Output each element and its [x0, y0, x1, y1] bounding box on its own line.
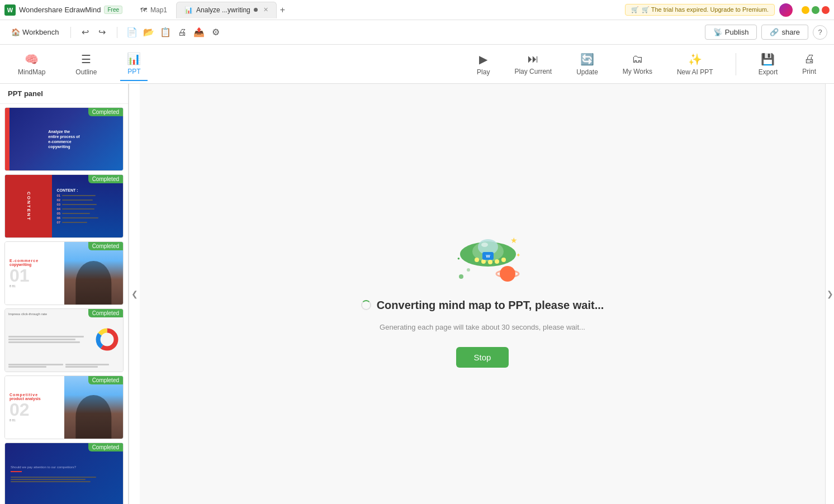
ufo-illustration: W ★ ✦ ●: [449, 221, 516, 288]
tab-outline[interactable]: ☰ Outline: [69, 48, 103, 80]
tab-ppt[interactable]: 📊 PPT: [120, 47, 148, 81]
share-icon: 🔗: [770, 28, 779, 36]
new-ai-ppt-button[interactable]: ✨ New AI PPT: [670, 48, 720, 80]
title-bar-right: 🛒 🛒 The trial has expired. Upgrade to Pr…: [625, 3, 830, 17]
completed-badge-2: Completed: [88, 175, 123, 183]
maximize-button[interactable]: [812, 6, 819, 14]
outline-label: Outline: [75, 68, 97, 76]
slide-item-5[interactable]: Completed Competitive product analysis 0…: [4, 375, 124, 439]
toolbar-history-group: ↩ ↪: [78, 25, 110, 40]
mindmap-icon: 🧠: [25, 53, 39, 66]
play-label: Play: [477, 68, 490, 76]
completed-badge-4: Completed: [88, 309, 123, 317]
open-button[interactable]: 📂: [141, 25, 157, 40]
collapse-panel-button[interactable]: ❮: [129, 84, 140, 504]
publish-icon: 📡: [713, 28, 722, 36]
print-button[interactable]: 🖨: [174, 25, 190, 40]
home-icon: 🏠: [11, 28, 20, 36]
print-ppt-icon: 🖨: [804, 53, 815, 65]
play-button[interactable]: ▶ Play: [470, 48, 496, 80]
template-button[interactable]: 📋: [158, 25, 173, 40]
ppt-panel: PPT panel Completed Analyze theentire pr…: [0, 84, 129, 504]
title-bar: W Wondershare EdrawMind Free 🗺 Map1 📊 An…: [0, 0, 834, 20]
print-ppt-label: Print: [802, 68, 816, 75]
tab-map1-icon: 🗺: [140, 6, 147, 14]
publish-label: Publish: [725, 28, 749, 36]
my-works-label: My Works: [623, 68, 652, 75]
svg-point-21: [467, 268, 470, 272]
tab-close-icon[interactable]: ✕: [263, 6, 268, 13]
tab-analyze[interactable]: 📊 Analyze ...ywriting ✕: [176, 2, 277, 18]
close-button[interactable]: [822, 6, 830, 14]
tab-map1-label: Map1: [150, 6, 167, 14]
main-layout: PPT panel Completed Analyze theentire pr…: [0, 84, 834, 504]
trial-text: 🛒 The trial has expired. Upgrade to Prem…: [642, 6, 769, 13]
mindmap-label: MindMap: [18, 68, 45, 76]
main-content-area: W ★ ✦ ● Converting mind map to PPT, plea…: [140, 84, 825, 504]
new-file-button[interactable]: 📄: [124, 25, 140, 40]
tab-bar: 🗺 Map1 📊 Analyze ...ywriting ✕ +: [132, 2, 285, 18]
right-panel-collapse[interactable]: ❯: [825, 84, 834, 504]
tab-mindmap[interactable]: 🧠 MindMap: [11, 48, 52, 80]
slide-item-1[interactable]: Completed Analyze theentire process ofe-…: [4, 107, 124, 171]
export-ppt-icon: 💾: [761, 53, 775, 66]
cart-icon: 🛒: [631, 6, 639, 13]
slide-thumb-3: E-commerce copywriting 01 B B1 PART 01: [5, 242, 123, 305]
publish-button[interactable]: 📡 Publish: [705, 25, 757, 40]
play-current-icon: ⏭: [528, 53, 539, 65]
panel-title: PPT panel: [8, 89, 43, 98]
slide-item-2[interactable]: Completed CONTENT CONTENT : 01 02 03: [4, 174, 124, 238]
share-button[interactable]: 🔗 share: [761, 25, 808, 40]
svg-text:★: ★: [510, 236, 518, 245]
svg-text:●: ●: [457, 256, 460, 261]
svg-point-8: [475, 258, 479, 262]
my-works-button[interactable]: 🗂 My Works: [616, 48, 659, 80]
toolbar: 🏠 Workbench ↩ ↪ 📄 📂 📋 🖨 📤 ⚙ 📡 Publish 🔗 …: [0, 20, 834, 45]
svg-point-10: [488, 260, 492, 264]
converting-subtitle: Generating each page will take about 30 …: [380, 323, 585, 331]
update-button[interactable]: 🔄 Update: [570, 48, 605, 80]
tab-analyze-label: Analyze ...ywriting: [196, 6, 250, 14]
slide-item-6[interactable]: Completed Should we pay attention to our…: [4, 443, 124, 504]
minimize-button[interactable]: [802, 6, 809, 14]
play-icon: ▶: [479, 53, 487, 66]
slide-thumb-2: CONTENT CONTENT : 01 02 03 04 05 06: [5, 175, 123, 237]
converting-container: W ★ ✦ ● Converting mind map to PPT, plea…: [361, 221, 604, 368]
donut-chart: [94, 327, 120, 352]
completed-badge-3: Completed: [88, 242, 123, 250]
panel-header: PPT panel: [0, 84, 128, 104]
title-bar-left: W Wondershare EdrawMind Free 🗺 Map1 📊 An…: [4, 2, 285, 18]
user-avatar[interactable]: [779, 3, 793, 17]
view-tabs-right: ▶ Play ⏭ Play Current 🔄 Update 🗂 My Work…: [470, 48, 823, 80]
slide-item-3[interactable]: Completed E-commerce copywriting 01 B B1: [4, 241, 124, 305]
workbench-button[interactable]: 🏠 Workbench: [7, 26, 64, 39]
new-ai-ppt-label: New AI PPT: [677, 68, 713, 76]
help-button[interactable]: ?: [813, 25, 827, 40]
trial-banner[interactable]: 🛒 🛒 The trial has expired. Upgrade to Pr…: [625, 4, 775, 16]
settings-button[interactable]: ⚙: [208, 25, 224, 40]
svg-point-20: [459, 274, 463, 279]
tab-map1[interactable]: 🗺 Map1: [132, 2, 175, 18]
toolbar-file-group: 📄 📂 📋 🖨 📤 ⚙: [124, 25, 224, 40]
print-ppt-button[interactable]: 🖨 Print: [795, 48, 823, 80]
redo-button[interactable]: ↪: [94, 25, 110, 40]
play-current-button[interactable]: ⏭ Play Current: [508, 48, 558, 80]
svg-point-11: [495, 259, 499, 264]
tab-add-button[interactable]: +: [280, 5, 285, 15]
slide-thumb-6: Should we pay attention to our competito…: [5, 443, 123, 504]
toolbar-right: 📡 Publish 🔗 share ?: [705, 25, 827, 40]
undo-button[interactable]: ↩: [78, 25, 93, 40]
right-collapse-icon: ❯: [827, 289, 833, 298]
toolbar-divider: [70, 27, 71, 38]
slide-thumb-1: Analyze theentire process ofe-commerceco…: [5, 108, 123, 170]
panel-scroll[interactable]: Completed Analyze theentire process ofe-…: [0, 104, 128, 504]
slide-thumb-5: Competitive product analysis 02 B B1 PAR…: [5, 376, 123, 439]
slide-item-4[interactable]: Completed Impress click-through rate: [4, 308, 124, 372]
completed-badge-6: Completed: [88, 443, 123, 451]
share-label: share: [781, 28, 800, 36]
export-ppt-button[interactable]: 💾 Export: [752, 48, 785, 80]
my-works-icon: 🗂: [632, 53, 643, 65]
export-button[interactable]: 📤: [191, 25, 207, 40]
svg-point-18: [500, 266, 515, 282]
stop-button[interactable]: Stop: [456, 347, 509, 368]
